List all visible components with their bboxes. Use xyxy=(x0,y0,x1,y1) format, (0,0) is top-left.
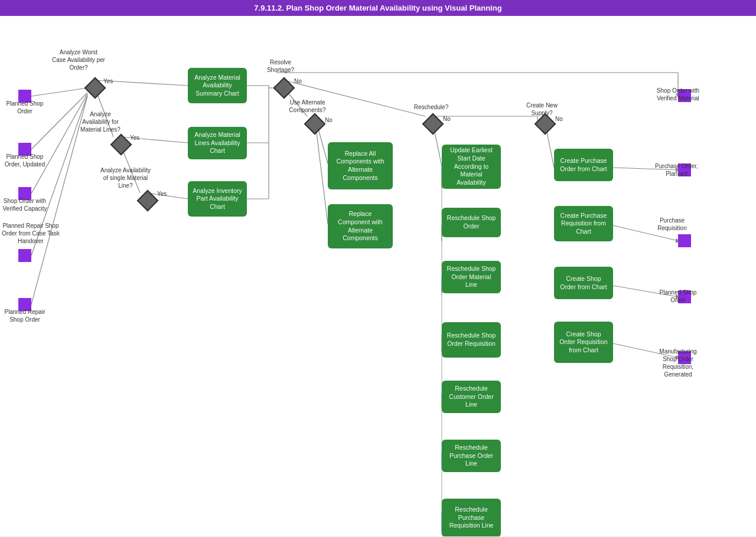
box-reschedule-shop-order-req: Reschedule Shop Order Requisition xyxy=(442,322,501,358)
box-replace-component: Replace Component with Alternate Compone… xyxy=(328,204,393,248)
box-create-shop-order-req: Create Shop Order Requisition from Chart xyxy=(554,322,613,363)
label-planned-shop-order-updated: Planned Shop Order, Updated xyxy=(1,153,48,168)
label-use-alternate: Use Alternate Components? xyxy=(288,99,327,114)
box-replace-all-components: Replace All Components with Alternate Co… xyxy=(328,142,393,189)
box-create-purchase-order: Create Purchase Order from Chart xyxy=(554,149,613,181)
box-reschedule-shop-order: Reschedule Shop Order xyxy=(442,208,501,237)
label-material-lines: Analyze Availability for Material Lines? xyxy=(77,110,124,133)
label-end-shop-order-verified-material: Shop Order with Verified Material xyxy=(654,87,702,102)
label-planned-repair-shop-order: Planned Repair Shop Order xyxy=(1,308,48,323)
decision-single-line xyxy=(137,190,159,212)
label-planned-shop-order: Planned Shop Order xyxy=(1,100,48,115)
svg-line-0 xyxy=(31,88,87,96)
label-resolve-shortage: Resolve Shortage? xyxy=(263,58,298,74)
svg-line-21 xyxy=(315,123,328,224)
label-d2-yes: Yes xyxy=(130,134,139,142)
title-bar: 7.9.11.2. Plan Shop Order Material Avail… xyxy=(0,0,756,16)
box-analyze-lines-chart: Analyze Material Lines Availability Char… xyxy=(188,127,247,159)
decision-material-lines xyxy=(110,134,132,156)
box-analyze-summary-chart: Analyze Material Availability Summary Ch… xyxy=(188,68,247,103)
label-end-purchase-order-planned: Purchase Order, Planned xyxy=(654,162,699,178)
label-d4-no: No xyxy=(294,77,302,85)
decision-worst-case xyxy=(84,77,106,99)
label-d3-yes: Yes xyxy=(157,190,167,198)
label-reschedule: Reschedule? xyxy=(413,103,449,111)
label-shop-order-verified-capacity: Shop Order with Verified Capacity xyxy=(1,197,48,212)
box-create-purchase-req: Create Purchase Requisition from Chart xyxy=(554,206,613,241)
box-update-earliest-start: Update Earliest Start Date According to … xyxy=(442,145,501,189)
box-reschedule-customer-order: Reschedule Customer Order Line xyxy=(442,381,501,413)
label-d7-no: No xyxy=(555,115,563,123)
box-reschedule-purchase-req-line: Reschedule Purchase Requisition Line xyxy=(442,499,501,536)
start-planned-repair-case-task xyxy=(18,249,31,262)
label-planned-repair-case-task: Planned Repair Shop Order from Case Task… xyxy=(1,222,60,245)
label-d6-no: No xyxy=(443,115,451,123)
label-d1-yes: Yes xyxy=(103,77,113,85)
label-end-purchase-requisition: Purchase Requisition xyxy=(649,217,696,232)
diagram-area: Analyze Worst Case Availability per Orde… xyxy=(0,16,756,536)
box-reschedule-purchase-order: Reschedule Purchase Order Line xyxy=(442,440,501,472)
box-reschedule-material-line: Reschedule Shop Order Material Line xyxy=(442,261,501,293)
label-worst-case: Analyze Worst Case Availability per Orde… xyxy=(52,48,105,71)
label-end-manufacturing-shop-order-req: Manufacturing Shop Order Requisition, Ge… xyxy=(654,348,702,378)
label-d5-no: No xyxy=(325,116,333,124)
end-purchase-requisition xyxy=(678,234,691,247)
label-end-planned-shop-order: Planned Shop Order xyxy=(654,289,702,304)
decision-use-alternate xyxy=(304,113,326,135)
decision-reschedule xyxy=(422,113,444,135)
box-create-shop-order: Create Shop Order from Chart xyxy=(554,267,613,299)
diagram-arrows xyxy=(0,16,756,536)
decision-resolve-shortage xyxy=(273,77,295,99)
label-single-line: Analyze Availability of single Material … xyxy=(100,166,151,189)
box-analyze-inventory-chart: Analyze Inventory Part Availability Char… xyxy=(188,181,247,217)
